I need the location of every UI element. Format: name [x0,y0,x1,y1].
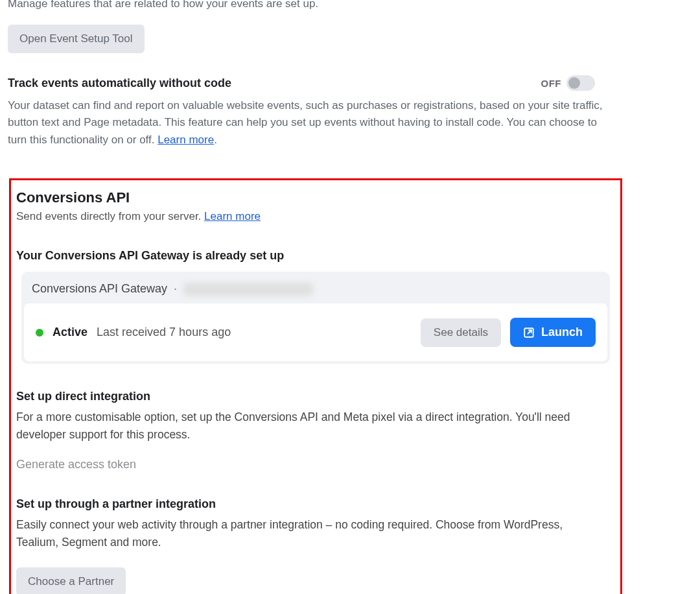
manage-features-intro: Manage features that are related to how … [8,0,692,10]
track-events-learn-more-link[interactable]: Learn more [158,134,214,146]
conversions-api-subtitle: Send events directly from your server. L… [16,210,615,223]
open-event-setup-tool-button[interactable]: Open Event Setup Tool [8,25,145,53]
gateway-domain-redacted [183,283,313,296]
conversions-api-highlighted-box: Conversions API Send events directly fro… [9,178,622,594]
conversions-api-title: Conversions API [16,189,615,206]
status-active-icon [36,329,43,337]
toggle-knob [568,77,580,89]
direct-integration-description: For a more customisable option, set up t… [16,409,603,444]
choose-partner-button[interactable]: Choose a Partner [16,567,126,594]
track-events-title: Track events automatically without code [8,77,231,90]
track-events-description-text: Your dataset can find and report on valu… [8,99,603,146]
track-events-toggle[interactable] [566,75,595,91]
launch-button[interactable]: Launch [510,318,596,347]
generate-access-token-link[interactable]: Generate access token [16,458,615,471]
partner-integration-description: Easily connect your web activity through… [16,516,603,551]
conversions-api-learn-more-link[interactable]: Learn more [204,210,261,222]
partner-integration-title: Set up through a partner integration [16,497,615,511]
status-label: Active [52,326,88,339]
conversions-api-subtitle-text: Send events directly from your server. [16,210,204,222]
external-link-icon [523,327,535,339]
gateway-card-title: Conversions API Gateway [32,282,167,296]
gateway-card: Conversions API Gateway · Active Last re… [21,272,610,364]
launch-button-label: Launch [541,326,583,339]
separator-dot: · [174,282,177,296]
direct-integration-title: Set up direct integration [16,390,615,403]
toggle-state-label: OFF [541,78,562,89]
gateway-setup-heading: Your Conversions API Gateway is already … [16,249,615,263]
status-detail: Last received 7 hours ago [97,326,231,339]
track-events-description: Your dataset can find and report on valu… [8,97,604,148]
see-details-button[interactable]: See details [421,318,501,347]
